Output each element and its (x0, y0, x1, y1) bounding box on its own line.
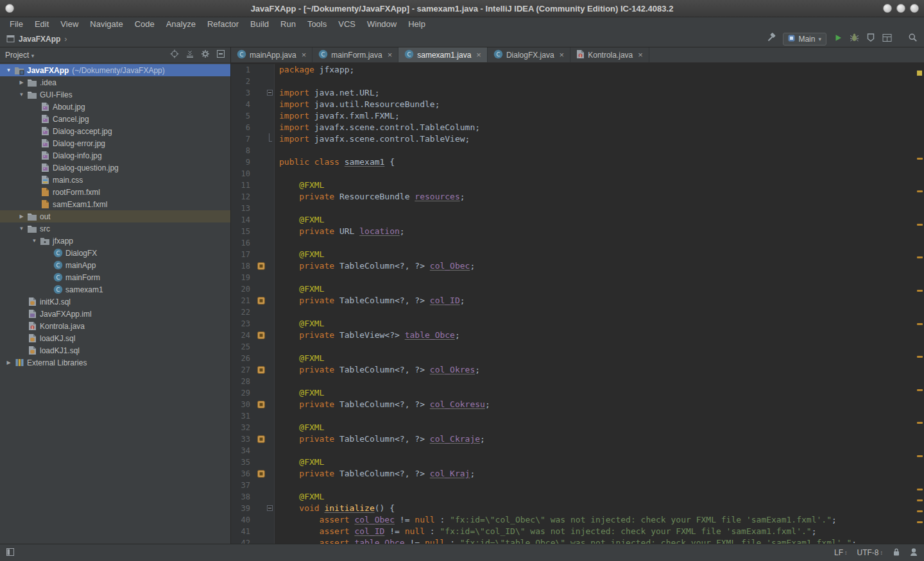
project-view-selector[interactable]: Project ▾ (5, 51, 34, 60)
line-number[interactable]: 19 (231, 272, 255, 283)
code-line[interactable]: 32 @FXML (231, 422, 924, 433)
fxml-injection-gutter-icon[interactable] (255, 364, 266, 376)
line-number[interactable]: 37 (231, 480, 255, 491)
code-line[interactable]: 18 private TableColumn<?, ?> col_Obec; (231, 260, 924, 272)
line-number[interactable]: 1 (231, 64, 255, 76)
tree-item-dialog-accept-jpg[interactable]: Dialog-accept.jpg (0, 125, 230, 137)
warning-stripe-mark[interactable] (917, 158, 923, 160)
menu-navigate[interactable]: Navigate (84, 17, 128, 31)
code-line[interactable]: 7import javafx.scene.control.TableView; (231, 133, 924, 145)
tree-item-kontrola-java[interactable]: JKontrola.java (0, 320, 230, 332)
code-line[interactable]: 4import java.util.ResourceBundle; (231, 99, 924, 110)
code-line[interactable]: 36 private TableColumn<?, ?> col_Kraj; (231, 468, 924, 480)
warning-stripe-mark[interactable] (917, 290, 923, 292)
line-number[interactable]: 34 (231, 445, 255, 456)
code-line[interactable]: 15 private URL location; (231, 226, 924, 237)
encoding-indicator[interactable]: UTF-8↕ (857, 548, 884, 557)
code-line[interactable]: 33 private TableColumn<?, ?> col_Ckraje; (231, 433, 924, 445)
menu-tools[interactable]: Tools (302, 17, 332, 31)
line-number[interactable]: 41 (231, 526, 255, 537)
line-number[interactable]: 12 (231, 191, 255, 203)
line-number[interactable]: 14 (231, 214, 255, 226)
tree-item-dialog-question-jpg[interactable]: Dialog-question.jpg (0, 162, 230, 174)
tab-mainform-java[interactable]: CmainForm.java× (312, 47, 398, 62)
line-number[interactable]: 9 (231, 156, 255, 168)
line-number[interactable]: 39 (231, 503, 255, 514)
tab-mainapp-java[interactable]: CmainApp.java× (231, 47, 312, 62)
code-line[interactable]: 8 (231, 145, 924, 156)
line-number[interactable]: 7 (231, 133, 255, 145)
line-number[interactable]: 6 (231, 122, 255, 133)
tree-item-samexam1[interactable]: Csamexam1 (0, 283, 230, 296)
code-line[interactable]: 9public class samexam1 { (231, 156, 924, 168)
code-line[interactable]: 37 (231, 480, 924, 491)
code-line[interactable]: 1package jfxapp; (231, 64, 924, 76)
code-line[interactable]: 29 @FXML (231, 387, 924, 399)
menu-edit[interactable]: Edit (29, 17, 55, 31)
line-number[interactable]: 16 (231, 237, 255, 249)
ide-windows-button[interactable] (882, 33, 892, 45)
tree-down-arrow-icon[interactable]: ▼ (17, 92, 26, 97)
code-line[interactable]: 10 (231, 168, 924, 180)
line-number[interactable]: 25 (231, 341, 255, 353)
line-number[interactable]: 23 (231, 318, 255, 330)
code-line[interactable]: 28 (231, 376, 924, 387)
tree-item-gui-files[interactable]: ▼GUI-Files (0, 88, 230, 101)
code-fold-toggle[interactable] (266, 133, 275, 145)
code-line[interactable]: 14 @FXML (231, 214, 924, 226)
code-fold-toggle[interactable] (266, 87, 275, 99)
panel-settings-button[interactable] (201, 49, 210, 60)
line-number[interactable]: 21 (231, 295, 255, 306)
scroll-from-source-button[interactable] (170, 49, 179, 60)
menu-vcs[interactable]: VCS (332, 17, 361, 31)
collapse-all-button[interactable] (185, 49, 194, 60)
tree-right-arrow-icon[interactable]: ▶ (17, 214, 26, 219)
code-line[interactable]: 39 void initialize() { (231, 503, 924, 514)
warning-stripe-mark[interactable] (917, 356, 923, 358)
code-line[interactable]: 26 @FXML (231, 353, 924, 364)
code-line[interactable]: 13 (231, 203, 924, 214)
line-number[interactable]: 5 (231, 110, 255, 122)
breadcrumb[interactable]: JavaFXApp (19, 35, 60, 44)
line-number[interactable]: 10 (231, 168, 255, 180)
menu-window[interactable]: Window (361, 17, 402, 31)
warning-stripe-mark[interactable] (917, 389, 923, 391)
menu-build[interactable]: Build (244, 17, 275, 31)
tree-right-arrow-icon[interactable]: ▶ (4, 360, 13, 365)
line-number[interactable]: 22 (231, 306, 255, 318)
inspection-status-icon[interactable] (917, 71, 922, 76)
line-number[interactable]: 20 (231, 283, 255, 295)
warning-stripe-mark[interactable] (917, 489, 923, 490)
search-everywhere-button[interactable] (908, 33, 918, 45)
hide-panel-button[interactable] (216, 49, 225, 60)
warning-stripe-mark[interactable] (917, 190, 923, 192)
run-button[interactable] (834, 33, 843, 45)
line-number[interactable]: 32 (231, 422, 255, 433)
warning-stripe-mark[interactable] (917, 256, 923, 258)
error-stripe[interactable] (915, 63, 924, 544)
make-project-button[interactable] (766, 33, 776, 45)
line-number[interactable]: 8 (231, 145, 255, 156)
tree-item-out[interactable]: ▶out (0, 210, 230, 222)
code-line[interactable]: 3import java.net.URL; (231, 87, 924, 99)
close-tab-icon[interactable]: × (560, 50, 565, 60)
code-line[interactable]: 17 @FXML (231, 249, 924, 260)
tree-down-arrow-icon[interactable]: ▼ (30, 238, 39, 244)
editor[interactable]: 1package jfxapp;23import java.net.URL;4i… (231, 63, 924, 544)
menu-help[interactable]: Help (402, 17, 431, 31)
code-line[interactable]: 12 private ResourceBundle resources; (231, 191, 924, 203)
code-line[interactable]: 2 (231, 76, 924, 87)
fxml-injection-gutter-icon[interactable] (255, 330, 266, 341)
line-separator-indicator[interactable]: LF↕ (834, 548, 848, 557)
code-line[interactable]: 22 (231, 306, 924, 318)
line-number[interactable]: 31 (231, 410, 255, 422)
tab-dialogfx-java[interactable]: CDialogFX.java× (488, 47, 570, 62)
line-number[interactable]: 28 (231, 376, 255, 387)
maximize-button[interactable] (896, 4, 905, 13)
warning-stripe-mark[interactable] (917, 499, 923, 501)
line-number[interactable]: 33 (231, 433, 255, 445)
tree-down-arrow-icon[interactable]: ▼ (17, 226, 26, 231)
line-number[interactable]: 40 (231, 514, 255, 526)
window-menu-button[interactable] (5, 4, 14, 13)
warning-stripe-mark[interactable] (917, 422, 923, 424)
